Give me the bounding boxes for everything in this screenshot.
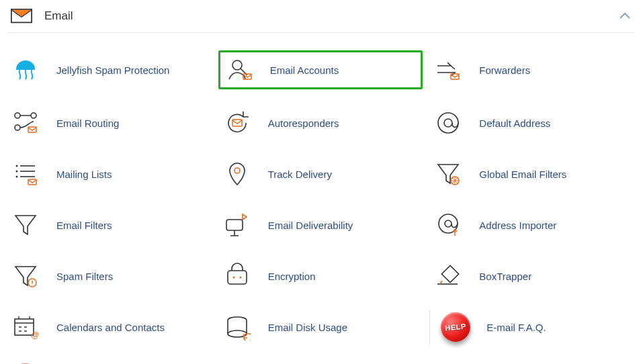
item-label: Email Filters — [56, 220, 112, 231]
email-tools-grid: Jellyfish Spam Protection Email Accounts — [7, 33, 634, 364]
item-boxtrapper[interactable]: BoxTrapper — [429, 259, 634, 293]
panel-title: Email — [44, 9, 619, 23]
default-address-icon — [429, 107, 467, 139]
item-label: Email Deliverability — [268, 220, 353, 231]
autoresponders-icon — [218, 107, 256, 139]
svg-point-4 — [15, 113, 20, 118]
mailing-lists-icon — [7, 158, 44, 190]
svg-rect-17 — [226, 220, 243, 230]
item-email-filters[interactable]: Email Filters — [7, 208, 212, 242]
item-mailing-lists[interactable]: Mailing Lists — [7, 156, 212, 191]
item-email-accounts[interactable]: Email Accounts — [218, 50, 423, 89]
encryption-icon — [218, 260, 256, 292]
item-label: Default Address — [479, 118, 550, 129]
item-label: Calendars and Contacts — [56, 322, 165, 333]
item-label: BoxTrapper — [479, 271, 531, 282]
jellyfish-icon — [7, 54, 44, 86]
help-icon: HELP — [437, 311, 474, 343]
address-importer-icon — [429, 209, 467, 241]
disk-usage-icon — [218, 311, 256, 343]
svg-point-10 — [444, 119, 452, 127]
item-label: Email Routing — [56, 118, 119, 129]
item-email-routing[interactable]: Email Routing — [7, 105, 212, 140]
email-routing-icon — [7, 107, 44, 139]
item-disk-usage[interactable]: Email Disk Usage — [218, 310, 423, 345]
item-global-filters[interactable]: Global Email Filters — [429, 156, 634, 191]
svg-text:@: @ — [31, 330, 39, 340]
svg-point-13 — [16, 176, 18, 178]
svg-rect-21 — [228, 271, 247, 284]
email-accounts-icon — [220, 54, 258, 86]
forwarders-icon — [429, 54, 467, 86]
svg-rect-7 — [28, 127, 36, 132]
email-filters-icon — [7, 209, 44, 241]
item-client-setup[interactable]: HELP E-mail Client Setup — [7, 361, 212, 364]
svg-rect-24 — [442, 265, 459, 282]
svg-point-9 — [438, 113, 458, 133]
svg-point-19 — [445, 220, 452, 227]
svg-point-11 — [16, 165, 18, 167]
global-filters-icon — [429, 158, 467, 190]
svg-point-1 — [232, 60, 242, 70]
item-label: Forwarders — [479, 64, 530, 76]
item-address-importer[interactable]: Address Importer — [429, 208, 634, 242]
item-label: Autoresponders — [268, 118, 339, 129]
item-label: Jellyfish Spam Protection — [56, 64, 169, 76]
boxtrapper-icon — [429, 260, 467, 292]
item-track-delivery[interactable]: Track Delivery — [218, 156, 423, 191]
item-forwarders[interactable]: Forwarders — [429, 50, 634, 89]
item-label: E-mail F.A.Q. — [486, 322, 546, 333]
item-label: Address Importer — [479, 220, 556, 231]
item-label: Global Email Filters — [479, 169, 566, 180]
track-delivery-icon — [218, 158, 256, 190]
item-label: Encryption — [268, 271, 316, 282]
item-label: Email Disk Usage — [268, 322, 347, 333]
spam-filters-icon — [7, 260, 44, 292]
calendars-icon: @ — [7, 311, 44, 343]
item-autoresponders[interactable]: Autoresponders — [218, 105, 423, 140]
svg-point-5 — [31, 113, 36, 118]
item-label: Track Delivery — [268, 169, 332, 180]
svg-rect-8 — [232, 120, 242, 126]
svg-rect-14 — [28, 179, 36, 185]
item-faq[interactable]: HELP E-mail F.A.Q. — [429, 310, 634, 345]
item-spam-filters[interactable]: Spam Filters — [7, 259, 212, 293]
item-label: Email Accounts — [270, 64, 339, 76]
chevron-up-icon — [619, 10, 630, 22]
item-jellyfish[interactable]: Jellyfish Spam Protection — [7, 50, 212, 89]
item-email-deliverability[interactable]: Email Deliverability — [218, 208, 423, 242]
item-encryption[interactable]: Encryption — [218, 259, 423, 293]
svg-point-15 — [234, 168, 240, 173]
svg-point-6 — [15, 125, 20, 130]
svg-point-23 — [239, 277, 241, 279]
item-label: Mailing Lists — [56, 169, 112, 180]
panel-header-email[interactable]: Email — [7, 0, 634, 33]
svg-point-22 — [232, 277, 234, 279]
svg-point-12 — [16, 171, 18, 173]
item-default-address[interactable]: Default Address — [429, 105, 634, 140]
email-icon — [11, 8, 32, 24]
item-calendars[interactable]: @ Calendars and Contacts — [7, 310, 212, 345]
item-label: Spam Filters — [56, 271, 113, 282]
email-deliverability-icon — [218, 209, 256, 241]
